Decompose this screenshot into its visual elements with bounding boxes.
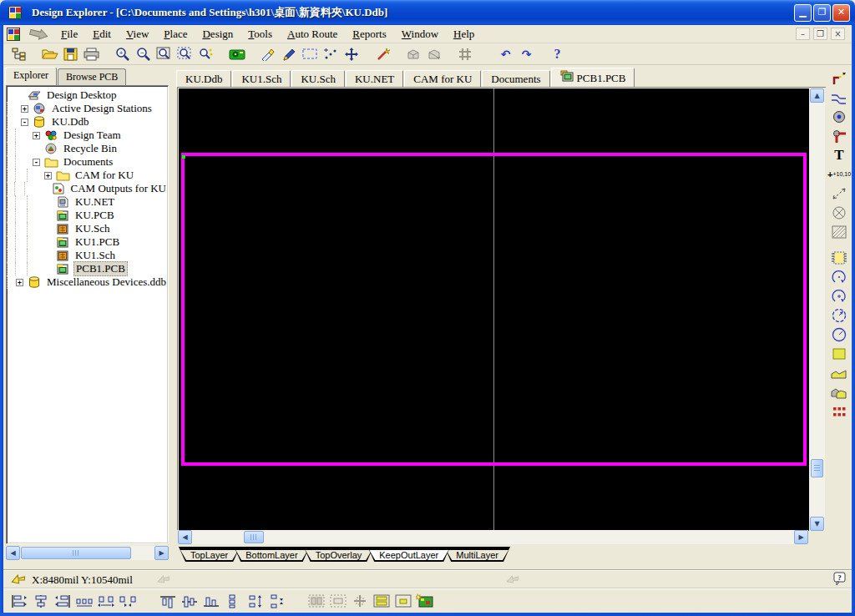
place-arc-center-icon[interactable] <box>828 286 850 305</box>
editor-vertical-scrollbar[interactable]: ▲ ▼ <box>809 88 825 531</box>
align-top-icon[interactable] <box>157 591 179 611</box>
increase-vertical-spacing-icon[interactable] <box>244 591 266 611</box>
zoom-out-icon[interactable]: − <box>133 44 154 63</box>
doc-tab-documents[interactable]: Documents <box>482 70 549 87</box>
scroll-up-icon[interactable]: ▲ <box>810 88 824 103</box>
place-pad-icon[interactable] <box>828 107 850 126</box>
gray-shape-1-icon[interactable] <box>402 44 423 63</box>
scroll-thumb[interactable] <box>21 547 131 559</box>
expander-icon[interactable]: - <box>33 159 40 166</box>
doc-tab-ku-sch[interactable]: KU.Sch <box>291 70 345 87</box>
expander-icon[interactable]: + <box>44 172 52 179</box>
zoom-area-icon[interactable] <box>175 44 195 63</box>
menu-window[interactable]: Window <box>394 26 446 43</box>
close-button[interactable]: ✕ <box>832 4 850 22</box>
align-left-icon[interactable] <box>8 591 30 611</box>
shove-components-icon[interactable] <box>392 591 414 611</box>
zoom-in-icon[interactable]: + <box>112 44 133 63</box>
place-track-icon[interactable] <box>828 68 850 88</box>
menu-file[interactable]: File <box>53 26 85 43</box>
place-via-icon[interactable] <box>828 126 850 145</box>
place-string-icon[interactable]: T <box>828 145 850 164</box>
distribute-vertical-icon[interactable] <box>222 591 244 611</box>
placement-room-icon[interactable] <box>327 591 349 611</box>
tree-item-pcb1-pcb[interactable]: PCB1.PCB <box>7 262 168 275</box>
place-arc-angle-icon[interactable] <box>828 305 850 325</box>
menu-help[interactable]: Help <box>446 26 482 43</box>
select-area-icon[interactable] <box>299 44 320 63</box>
save-icon[interactable] <box>60 44 81 63</box>
align-bottom-icon[interactable] <box>200 591 222 611</box>
menu-view[interactable]: View <box>119 26 156 43</box>
gray-shape-2-icon[interactable] <box>423 44 444 63</box>
place-pad-array-icon[interactable] <box>828 401 850 421</box>
increase-horizontal-spacing-icon[interactable] <box>95 591 117 611</box>
doc-tab-ku1-sch[interactable]: KU1.Sch <box>232 70 291 87</box>
menu-auto-route[interactable]: Auto Route <box>280 26 345 43</box>
menu-edit[interactable]: Edit <box>85 26 119 43</box>
toggle-grid-icon[interactable] <box>454 44 475 63</box>
menu-tools[interactable]: Tools <box>240 26 280 43</box>
expander-icon[interactable]: - <box>21 119 28 126</box>
decrease-horizontal-spacing-icon[interactable] <box>117 591 139 611</box>
tree-item-recycle-bin[interactable]: Recycle Bin <box>7 142 168 155</box>
mdi-minimize-button[interactable]: – <box>796 28 810 40</box>
tree-item-cam-for-ku[interactable]: + CAM for KU <box>7 169 168 182</box>
place-component-icon[interactable] <box>828 248 850 267</box>
layer-tab-multilayer[interactable]: MultiLayer <box>444 547 510 562</box>
editor-horizontal-scrollbar[interactable]: ◀ ▶ <box>178 530 808 544</box>
document-system-icon[interactable] <box>7 28 20 41</box>
scroll-thumb[interactable] <box>811 459 823 477</box>
place-interactive-route-icon[interactable] <box>828 88 850 107</box>
expander-icon[interactable]: + <box>33 132 40 139</box>
mdi-close-button[interactable]: × <box>831 28 845 40</box>
scroll-left-icon[interactable]: ◀ <box>6 546 20 560</box>
align-right-icon[interactable] <box>52 591 73 611</box>
explorer-panel-toggle-icon[interactable] <box>8 44 29 63</box>
pcb-canvas[interactable] <box>179 88 809 531</box>
edit-route-icon[interactable] <box>278 44 299 63</box>
scroll-right-icon[interactable]: ▶ <box>154 546 169 560</box>
place-fill-icon[interactable] <box>828 344 850 363</box>
layer-tab-topoverlay[interactable]: TopOverlay <box>304 547 374 562</box>
zoom-window-icon[interactable] <box>154 44 175 63</box>
print-icon[interactable] <box>81 44 102 63</box>
mdi-restore-button[interactable]: ❐ <box>813 28 827 40</box>
open-document-icon[interactable] <box>39 44 60 63</box>
place-keepout-icon[interactable] <box>828 203 850 222</box>
tree-item-ku1-sch[interactable]: KU1.Sch <box>7 249 168 262</box>
scroll-right-icon[interactable]: ▶ <box>794 530 808 544</box>
tree-item-design-desktop[interactable]: Design Desktop <box>7 88 168 102</box>
tree-item-ku-pcb[interactable]: KU.PCB <box>7 209 168 222</box>
layer-tab-toplayer[interactable]: TopLayer <box>179 547 240 562</box>
tab-explorer[interactable]: Explorer <box>5 67 57 85</box>
panel-horizontal-scrollbar[interactable]: ◀ ▶ <box>6 546 169 560</box>
wizard-icon[interactable] <box>372 44 392 63</box>
doc-tab-ku-ddb[interactable]: KU.Ddb <box>176 70 231 87</box>
slice-tracks-icon[interactable] <box>257 44 278 63</box>
arrange-within-rectangle-icon[interactable] <box>371 591 392 611</box>
place-dimension-icon[interactable] <box>828 184 850 203</box>
tree-item-ku1-pcb[interactable]: KU1.PCB <box>7 235 168 249</box>
place-polygon-icon[interactable] <box>828 363 850 382</box>
tree-item-documents[interactable]: - Documents <box>7 155 168 169</box>
align-center-vertical-icon[interactable] <box>179 591 200 611</box>
tree-item-miscellaneous-devices[interactable]: + Miscellaneous Devices.ddb <box>7 275 168 289</box>
keepout-board-outline[interactable] <box>181 153 807 466</box>
place-paste-shapes-icon[interactable] <box>828 382 850 401</box>
tree-item-active-design-stations[interactable]: + Active Design Stations <box>7 102 168 115</box>
align-center-horizontal-icon[interactable] <box>30 591 52 611</box>
scroll-thumb[interactable] <box>244 531 264 543</box>
distribute-horizontal-icon[interactable] <box>73 591 95 611</box>
menu-reports[interactable]: Reports <box>345 26 393 43</box>
move-object-icon[interactable] <box>320 44 341 63</box>
place-full-circle-icon[interactable] <box>828 325 850 344</box>
capture-view-icon[interactable] <box>226 44 247 63</box>
tree-item-ku-sch[interactable]: KU.Sch <box>7 222 168 235</box>
doc-tab-cam-for-ku[interactable]: CAM for KU <box>404 70 481 87</box>
maximize-button[interactable]: ❐ <box>813 4 831 22</box>
expander-icon[interactable]: + <box>16 279 23 286</box>
cross-move-icon[interactable] <box>341 44 362 63</box>
zoom-point-icon[interactable] <box>195 44 216 63</box>
tree-item-ku-ddb[interactable]: - KU.Ddb <box>7 115 168 129</box>
